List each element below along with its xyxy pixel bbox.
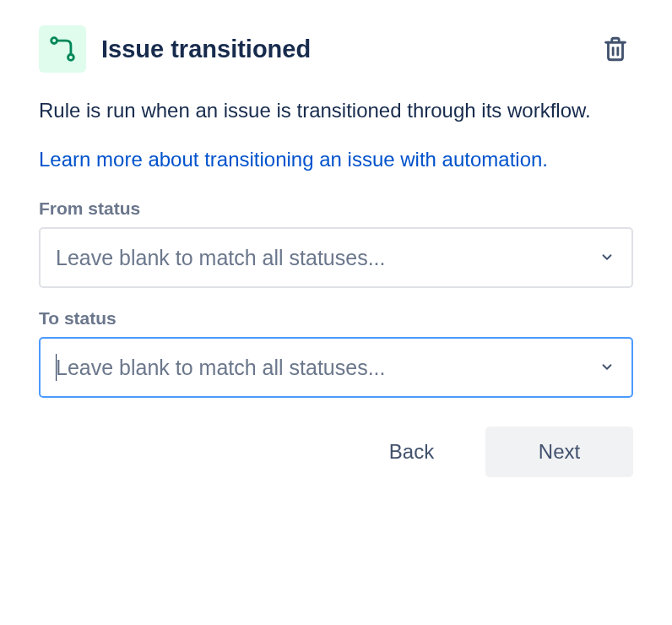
chevron-down-icon <box>599 246 615 270</box>
to-status-select[interactable]: Leave blank to match all statuses... <box>39 337 633 398</box>
header-row: Issue transitioned <box>39 25 633 73</box>
from-status-select-wrap: Leave blank to match all statuses... <box>39 227 633 288</box>
transition-icon-container <box>39 25 86 73</box>
to-status-group: To status Leave blank to match all statu… <box>39 308 633 398</box>
from-status-group: From status Leave blank to match all sta… <box>39 198 633 288</box>
delete-button[interactable] <box>598 31 633 67</box>
chevron-down-icon <box>599 356 615 380</box>
to-status-placeholder: Leave blank to match all statuses... <box>56 356 386 380</box>
header-left: Issue transitioned <box>39 25 311 73</box>
text-cursor <box>56 354 57 381</box>
footer-actions: Back Next <box>39 427 633 477</box>
transition-icon <box>48 35 77 63</box>
back-button[interactable]: Back <box>338 427 485 477</box>
to-status-select-wrap: Leave blank to match all statuses... <box>39 337 633 398</box>
description-text: Rule is run when an issue is transitione… <box>39 96 633 125</box>
from-status-label: From status <box>39 198 633 219</box>
trash-icon <box>601 35 630 63</box>
from-status-select[interactable]: Leave blank to match all statuses... <box>39 227 633 288</box>
page-title: Issue transitioned <box>101 35 311 63</box>
learn-more-link[interactable]: Learn more about transitioning an issue … <box>39 145 548 174</box>
next-button[interactable]: Next <box>485 427 633 477</box>
from-status-placeholder: Leave blank to match all statuses... <box>56 246 386 270</box>
to-status-label: To status <box>39 308 633 329</box>
